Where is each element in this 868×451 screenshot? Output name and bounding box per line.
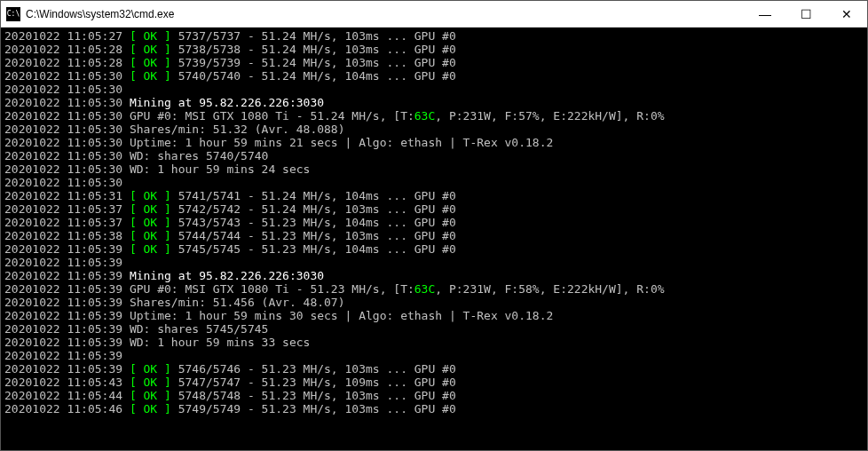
console-line: 20201022 11:05:30 — [4, 83, 864, 96]
timestamp: 20201022 11:05:39 — [4, 322, 122, 336]
window-controls: — ☐ ✕ — [745, 1, 867, 27]
share-info: 5737/5737 - 51.24 MH/s, 103ms ... GPU #0 — [171, 29, 456, 43]
log-text: Uptime: 1 hour 59 mins 21 secs | Algo: e… — [122, 136, 553, 149]
console-line: 20201022 11:05:28 [ OK ] 5739/5739 - 51.… — [4, 56, 864, 69]
timestamp: 20201022 11:05:30 — [4, 136, 122, 149]
console-line: 20201022 11:05:39 — [4, 349, 864, 362]
console-line: 20201022 11:05:39 Uptime: 1 hour 59 mins… — [4, 309, 864, 322]
timestamp: 20201022 11:05:39 — [4, 362, 122, 376]
titlebar-left: C:\ C:\Windows\system32\cmd.exe — [1, 7, 174, 21]
timestamp: 20201022 11:05:30 — [4, 149, 122, 162]
console-line: 20201022 11:05:39 WD: shares 5745/5745 — [4, 322, 864, 336]
ok-status: [ OK ] — [130, 229, 171, 242]
console-line: 20201022 11:05:31 [ OK ] 5741/5741 - 51.… — [4, 189, 864, 202]
maximize-button[interactable]: ☐ — [785, 1, 826, 27]
console-line: 20201022 11:05:38 [ OK ] 5744/5744 - 51.… — [4, 229, 864, 242]
timestamp: 20201022 11:05:30 — [4, 69, 122, 83]
timestamp: 20201022 11:05:38 — [4, 229, 122, 242]
ok-status: [ OK ] — [130, 389, 171, 402]
share-info: 5747/5747 - 51.23 MH/s, 109ms ... GPU #0 — [171, 376, 456, 389]
titlebar[interactable]: C:\ C:\Windows\system32\cmd.exe — ☐ ✕ — [1, 1, 867, 28]
timestamp: 20201022 11:05:28 — [4, 43, 122, 56]
ok-status: [ OK ] — [130, 69, 171, 83]
ok-status: [ OK ] — [130, 402, 171, 415]
ok-status: [ OK ] — [130, 216, 171, 229]
timestamp: 20201022 11:05:39 — [4, 309, 122, 322]
console-line: 20201022 11:05:30 Uptime: 1 hour 59 mins… — [4, 136, 864, 149]
log-text: WD: 1 hour 59 mins 33 secs — [122, 336, 310, 349]
share-info: 5741/5741 - 51.24 MH/s, 104ms ... GPU #0 — [171, 189, 456, 202]
share-info: 5748/5748 - 51.23 MH/s, 103ms ... GPU #0 — [171, 389, 456, 402]
console-line: 20201022 11:05:28 [ OK ] 5738/5738 - 51.… — [4, 43, 864, 56]
log-text: Shares/min: 51.456 (Avr. 48.07) — [122, 296, 344, 309]
mining-status: Mining at 95.82.226.226:3030 — [122, 96, 324, 109]
console-line: 20201022 11:05:39 — [4, 256, 864, 269]
console-line: 20201022 11:05:30 Shares/min: 51.32 (Avr… — [4, 123, 864, 136]
console-line: 20201022 11:05:43 [ OK ] 5747/5747 - 51.… — [4, 376, 864, 389]
console-line: 20201022 11:05:39 Mining at 95.82.226.22… — [4, 269, 864, 282]
timestamp: 20201022 11:05:39 — [4, 269, 122, 282]
console-line: 20201022 11:05:30 WD: 1 hour 59 mins 24 … — [4, 162, 864, 176]
console-line: 20201022 11:05:30 Mining at 95.82.226.22… — [4, 96, 864, 109]
gpu-stats-pre: GPU #0: MSI GTX 1080 Ti - 51.23 MH/s, [T… — [122, 282, 414, 296]
share-info: 5738/5738 - 51.24 MH/s, 103ms ... GPU #0 — [171, 43, 456, 56]
share-info: 5745/5745 - 51.23 MH/s, 104ms ... GPU #0 — [171, 242, 456, 256]
console-line: 20201022 11:05:30 GPU #0: MSI GTX 1080 T… — [4, 109, 864, 123]
cmd-window: C:\ C:\Windows\system32\cmd.exe — ☐ ✕ 20… — [0, 0, 868, 451]
log-text: Uptime: 1 hour 59 mins 30 secs | Algo: e… — [122, 309, 553, 322]
ok-status: [ OK ] — [130, 202, 171, 216]
console-output[interactable]: 20201022 11:05:27 [ OK ] 5737/5737 - 51.… — [1, 28, 867, 450]
mining-status: Mining at 95.82.226.226:3030 — [122, 269, 324, 282]
timestamp: 20201022 11:05:30 — [4, 96, 122, 109]
share-info: 5746/5746 - 51.23 MH/s, 103ms ... GPU #0 — [171, 362, 456, 376]
timestamp: 20201022 11:05:30 — [4, 176, 122, 189]
ok-status: [ OK ] — [130, 362, 171, 376]
console-line: 20201022 11:05:39 Shares/min: 51.456 (Av… — [4, 296, 864, 309]
timestamp: 20201022 11:05:43 — [4, 376, 122, 389]
timestamp: 20201022 11:05:39 — [4, 296, 122, 309]
console-line: 20201022 11:05:39 GPU #0: MSI GTX 1080 T… — [4, 282, 864, 296]
timestamp: 20201022 11:05:39 — [4, 349, 122, 362]
cmd-icon: C:\ — [6, 7, 20, 21]
ok-status: [ OK ] — [130, 189, 171, 202]
ok-status: [ OK ] — [130, 242, 171, 256]
timestamp: 20201022 11:05:28 — [4, 56, 122, 69]
timestamp: 20201022 11:05:31 — [4, 189, 122, 202]
share-info: 5740/5740 - 51.24 MH/s, 104ms ... GPU #0 — [171, 69, 456, 83]
console-line: 20201022 11:05:30 WD: shares 5740/5740 — [4, 149, 864, 162]
timestamp: 20201022 11:05:30 — [4, 109, 122, 123]
share-info: 5739/5739 - 51.24 MH/s, 103ms ... GPU #0 — [171, 56, 456, 69]
timestamp: 20201022 11:05:27 — [4, 29, 122, 43]
timestamp: 20201022 11:05:37 — [4, 202, 122, 216]
console-line: 20201022 11:05:30 — [4, 176, 864, 189]
console-line: 20201022 11:05:46 [ OK ] 5749/5749 - 51.… — [4, 402, 864, 415]
timestamp: 20201022 11:05:37 — [4, 216, 122, 229]
timestamp: 20201022 11:05:44 — [4, 389, 122, 402]
gpu-stats-pre: GPU #0: MSI GTX 1080 Ti - 51.24 MH/s, [T… — [122, 109, 414, 123]
gpu-temp: 63C — [414, 109, 435, 123]
timestamp: 20201022 11:05:30 — [4, 162, 122, 176]
console-line: 20201022 11:05:27 [ OK ] 5737/5737 - 51.… — [4, 29, 864, 43]
timestamp: 20201022 11:05:39 — [4, 242, 122, 256]
timestamp: 20201022 11:05:39 — [4, 282, 122, 296]
log-text: WD: shares 5745/5745 — [122, 322, 268, 336]
timestamp: 20201022 11:05:30 — [4, 123, 122, 136]
console-line: 20201022 11:05:37 [ OK ] 5743/5743 - 51.… — [4, 216, 864, 229]
log-text: Shares/min: 51.32 (Avr. 48.088) — [122, 123, 344, 136]
ok-status: [ OK ] — [130, 29, 171, 43]
timestamp: 20201022 11:05:30 — [4, 83, 122, 96]
gpu-stats-post: , P:231W, F:57%, E:222kH/W], R:0% — [435, 109, 664, 123]
share-info: 5742/5742 - 51.24 MH/s, 103ms ... GPU #0 — [171, 202, 456, 216]
window-title: C:\Windows\system32\cmd.exe — [26, 8, 174, 20]
share-info: 5743/5743 - 51.23 MH/s, 104ms ... GPU #0 — [171, 216, 456, 229]
ok-status: [ OK ] — [130, 43, 171, 56]
gpu-temp: 63C — [414, 282, 435, 296]
ok-status: [ OK ] — [130, 376, 171, 389]
close-button[interactable]: ✕ — [826, 1, 867, 27]
log-text: WD: 1 hour 59 mins 24 secs — [122, 162, 310, 176]
log-text: WD: shares 5740/5740 — [122, 149, 268, 162]
console-line: 20201022 11:05:44 [ OK ] 5748/5748 - 51.… — [4, 389, 864, 402]
console-line: 20201022 11:05:39 [ OK ] 5746/5746 - 51.… — [4, 362, 864, 376]
minimize-button[interactable]: — — [745, 1, 785, 27]
console-line: 20201022 11:05:39 [ OK ] 5745/5745 - 51.… — [4, 242, 864, 256]
